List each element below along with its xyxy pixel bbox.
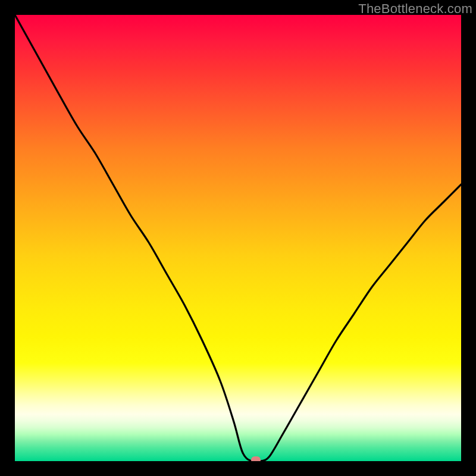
optimum-marker	[251, 456, 261, 461]
chart-frame: TheBottleneck.com	[0, 0, 476, 476]
watermark-text: TheBottleneck.com	[358, 1, 472, 17]
bottleneck-curve	[15, 15, 461, 461]
plot-area	[15, 15, 461, 461]
